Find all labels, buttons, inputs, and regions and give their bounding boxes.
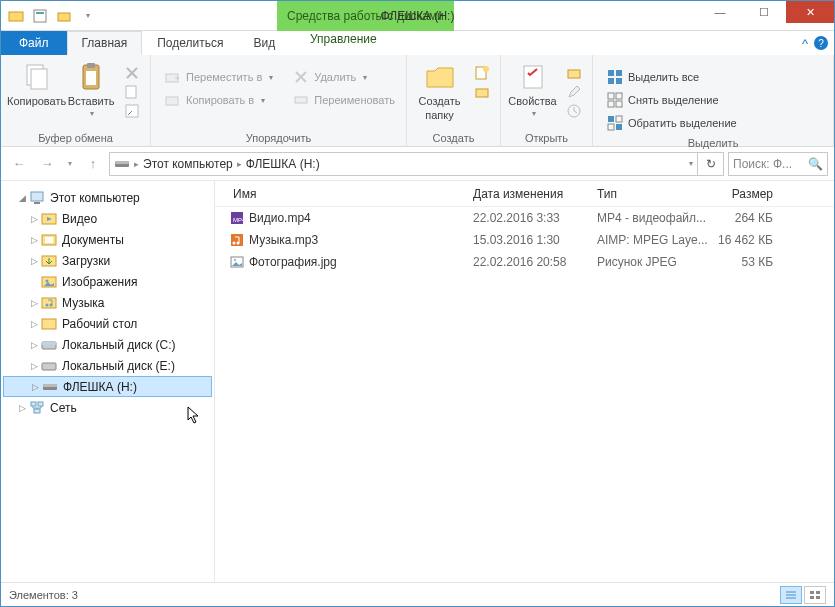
select-all-button[interactable]: Выделить все xyxy=(607,67,737,87)
svg-rect-50 xyxy=(43,384,57,387)
col-type[interactable]: Тип xyxy=(597,187,717,201)
content-area: ◢Этот компьютер ▷Видео ▷Документы ▷Загру… xyxy=(1,181,834,582)
recent-dropdown[interactable]: ▾ xyxy=(63,152,77,176)
close-button[interactable]: ✕ xyxy=(786,1,834,23)
svg-rect-21 xyxy=(616,70,622,76)
tab-file[interactable]: Файл xyxy=(1,31,67,55)
crumb-root[interactable]: Этот компьютер xyxy=(143,157,233,171)
open-icon[interactable] xyxy=(566,65,582,81)
tree-downloads[interactable]: ▷Загрузки xyxy=(3,250,212,271)
cut-icon[interactable] xyxy=(124,65,140,81)
item-count: Элементов: 3 xyxy=(9,589,78,601)
address-bar[interactable]: ▸Этот компьютер ▸ФЛЕШКА (H:) ▾ xyxy=(109,152,698,176)
details-view-button[interactable] xyxy=(780,586,802,604)
folder-icon xyxy=(424,61,456,93)
explorer-icon xyxy=(5,5,27,27)
copy-label: Копировать xyxy=(7,95,66,107)
select-none-button[interactable]: Снять выделение xyxy=(607,90,737,110)
file-row[interactable]: MP4 Видио.mp4 22.02.2016 3:33 MP4 - виде… xyxy=(215,207,834,229)
svg-rect-5 xyxy=(31,69,47,89)
videos-icon xyxy=(41,211,57,227)
col-size[interactable]: Размер xyxy=(717,187,783,201)
tab-share[interactable]: Поделиться xyxy=(142,31,238,55)
properties-icon xyxy=(517,61,549,93)
group-organize: Переместить в Копировать в Удалить Переи… xyxy=(151,55,407,146)
new-folder-button[interactable]: Создать папку xyxy=(413,59,466,121)
icons-view-button[interactable] xyxy=(804,586,826,604)
tree-pictures[interactable]: Изображения xyxy=(3,271,212,292)
delete-button[interactable]: Удалить xyxy=(293,67,395,87)
group-clipboard: Копировать Вставить Буфер обмена xyxy=(1,55,151,146)
maximize-button[interactable]: ☐ xyxy=(742,1,786,23)
svg-rect-1 xyxy=(34,10,46,22)
file-list: Имя Дата изменения Тип Размер MP4 Видио.… xyxy=(215,181,834,582)
refresh-button[interactable]: ↻ xyxy=(698,152,724,176)
quick-access-toolbar: ▾ xyxy=(1,5,99,27)
usb-drive-icon xyxy=(42,379,58,395)
paste-button[interactable]: Вставить xyxy=(66,59,116,118)
col-name[interactable]: Имя xyxy=(215,187,473,201)
help-icon[interactable]: ? xyxy=(814,36,828,50)
svg-rect-64 xyxy=(810,591,814,594)
tree-disk-c[interactable]: ▷Локальный диск (C:) xyxy=(3,334,212,355)
tree-documents[interactable]: ▷Документы xyxy=(3,229,212,250)
easy-access-icon[interactable] xyxy=(474,84,490,100)
network-icon xyxy=(29,400,45,416)
tree-disk-e[interactable]: ▷Локальный диск (E:) xyxy=(3,355,212,376)
svg-point-41 xyxy=(46,279,49,282)
svg-rect-0 xyxy=(9,12,23,21)
svg-point-57 xyxy=(233,242,236,245)
tree-videos[interactable]: ▷Видео xyxy=(3,208,212,229)
svg-rect-27 xyxy=(616,101,622,107)
new-item-icon[interactable] xyxy=(474,65,490,81)
select-invert-button[interactable]: Обратить выделение xyxy=(607,113,737,133)
back-button[interactable]: ← xyxy=(7,152,31,176)
tab-manage[interactable]: Управление xyxy=(277,31,410,47)
search-placeholder: Поиск: Ф... xyxy=(733,157,804,171)
search-input[interactable]: Поиск: Ф... 🔍 xyxy=(728,152,828,176)
rename-button[interactable]: Переименовать xyxy=(293,90,395,110)
qat-properties-icon[interactable] xyxy=(29,5,51,27)
desktop-icon xyxy=(41,316,57,332)
status-bar: Элементов: 3 xyxy=(1,582,834,606)
edit-icon[interactable] xyxy=(566,84,582,100)
svg-rect-34 xyxy=(31,192,43,201)
copy-to-button[interactable]: Копировать в xyxy=(165,90,273,110)
ribbon-tabs: Файл Главная Поделиться Вид Управление ^… xyxy=(1,31,834,55)
qat-newfolder-icon[interactable] xyxy=(53,5,75,27)
pictures-icon xyxy=(41,274,57,290)
tree-network[interactable]: ▷Сеть xyxy=(3,397,212,418)
view-switch xyxy=(780,586,826,604)
crumb-leaf[interactable]: ФЛЕШКА (H:) xyxy=(246,157,320,171)
svg-rect-2 xyxy=(36,12,44,14)
paste-shortcut-icon[interactable] xyxy=(124,103,140,119)
history-icon[interactable] xyxy=(566,103,582,119)
svg-point-44 xyxy=(50,303,53,306)
up-button[interactable]: ↑ xyxy=(81,152,105,176)
svg-rect-25 xyxy=(616,93,622,99)
tree-music[interactable]: ▷Музыка xyxy=(3,292,212,313)
svg-rect-65 xyxy=(816,591,820,594)
svg-rect-9 xyxy=(126,86,136,98)
minimize-button[interactable]: — xyxy=(698,1,742,23)
svg-rect-45 xyxy=(42,319,56,329)
file-row[interactable]: Фотография.jpg 22.02.2016 20:58 Рисунок … xyxy=(215,251,834,273)
svg-point-43 xyxy=(46,303,49,306)
file-row[interactable]: Музыка.mp3 15.03.2016 1:30 AIMP: MPEG La… xyxy=(215,229,834,251)
col-date[interactable]: Дата изменения xyxy=(473,187,597,201)
forward-button[interactable]: → xyxy=(35,152,59,176)
copyto-icon xyxy=(165,92,181,108)
copypath-icon[interactable] xyxy=(124,84,140,100)
ribbon-collapse-icon[interactable]: ^ xyxy=(802,36,808,51)
tree-desktop[interactable]: ▷Рабочий стол xyxy=(3,313,212,334)
copy-icon xyxy=(21,61,53,93)
move-to-button[interactable]: Переместить в xyxy=(165,67,273,87)
properties-button[interactable]: Свойства xyxy=(507,59,558,118)
group-new-label: Создать xyxy=(407,132,500,146)
tab-home[interactable]: Главная xyxy=(67,31,143,55)
tree-this-pc[interactable]: ◢Этот компьютер xyxy=(3,187,212,208)
qat-dropdown-icon[interactable]: ▾ xyxy=(77,5,99,27)
tree-flash-h[interactable]: ▷ФЛЕШКА (H:) xyxy=(3,376,212,397)
svg-rect-38 xyxy=(45,237,53,243)
copy-button[interactable]: Копировать xyxy=(7,59,66,107)
